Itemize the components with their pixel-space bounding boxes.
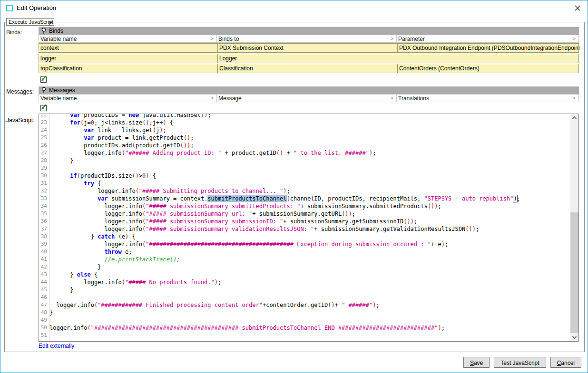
binds-cell-variable[interactable]: topClassification: [39, 64, 217, 73]
code-token: try: [84, 180, 94, 187]
edit-externally-link[interactable]: Edit externally: [39, 343, 74, 349]
cancel-button[interactable]: Cancel: [550, 357, 581, 368]
code-token: }: [49, 157, 74, 164]
binds-table-row[interactable]: contextPDX Submission ContextPDX Outboun…: [39, 43, 579, 53]
code-text: }: [49, 309, 53, 316]
line-number: 30: [39, 172, 49, 180]
dialog-footer: SaveTest JavaScriptCancel: [463, 357, 581, 368]
code-token: logger.info: [49, 241, 142, 248]
code-token: + submissionSummary.submittedProducts: [300, 203, 427, 210]
code-token: [49, 256, 105, 263]
line-number: 49: [39, 316, 49, 324]
code-line: 39 logger.info("########################…: [39, 240, 570, 248]
column-header-variable-name[interactable]: Variable name>: [39, 94, 217, 102]
column-header-binds-to[interactable]: Binds to>: [217, 35, 397, 43]
code-token: if: [70, 172, 77, 179]
code-text: var link = links.get(j);: [49, 126, 167, 134]
line-number: 28: [39, 157, 49, 164]
line-number: 44: [39, 278, 49, 286]
code-token: var: [98, 195, 108, 202]
binds-table-row[interactable]: loggerLogger: [39, 54, 579, 63]
code-token: }: [49, 271, 77, 278]
code-text: for(j=0; j<links.size();j++) {: [49, 119, 173, 126]
code-token: + e: [431, 241, 441, 248]
code-token: }: [49, 309, 53, 316]
window-title: Edit Operation: [17, 4, 56, 11]
binds-cell-variable[interactable]: context: [39, 44, 217, 52]
column-header-parameter[interactable]: Parameter>: [397, 35, 579, 43]
scroll-up-icon[interactable]: [570, 114, 578, 122]
code-line: 44 logger.info("##### No products found.…: [39, 278, 570, 286]
code-token: ;: [438, 203, 441, 210]
column-header-variable-name[interactable]: Variable name>: [39, 35, 217, 43]
code-token: }: [49, 233, 98, 240]
binds-cell-parameter[interactable]: [397, 54, 579, 63]
code-token: ;: [163, 127, 166, 134]
code-text: }: [49, 263, 101, 271]
code-line: 50logger.info("#########################…: [39, 324, 570, 332]
edit-binds-icon[interactable]: [39, 75, 48, 83]
titlebar: Edit Operation: [0, 0, 588, 15]
code-token: "##### submissionSummary submissionID: ": [146, 218, 283, 225]
code-token: [115, 233, 118, 240]
column-header-label: Translations: [398, 95, 429, 102]
code-text: logger.info("##### submissionSummary val…: [49, 225, 479, 233]
column-header-message[interactable]: Message>: [217, 94, 397, 102]
code-text: }: [49, 157, 74, 164]
binds-cell-binds-to[interactable]: Classification: [217, 64, 397, 73]
code-line: 22 var productIDs = new java.util.HashSe…: [39, 114, 570, 119]
save-button[interactable]: Save: [463, 357, 490, 368]
line-number: 50: [39, 324, 49, 332]
code-token: submissionSummary = context.: [108, 195, 208, 202]
code-token: +contentOrder.getID: [263, 302, 328, 308]
code-token: (): [180, 142, 187, 149]
code-token: "###### Adding product ID: ": [125, 150, 221, 156]
binds-cell-parameter[interactable]: PDX Outbound Integration Endpoint (PDSOu…: [397, 44, 579, 52]
operation-type-value: Execute JavaScript: [9, 19, 53, 25]
code-line: 23 for(j=0; j<links.size();j++) {: [39, 119, 570, 126]
test-javascript-button[interactable]: Test JavaScript: [494, 357, 546, 368]
messages-column-headers: Variable name>Message>Translations>: [39, 94, 579, 102]
binds-cell-binds-to[interactable]: Logger: [217, 54, 397, 63]
code-token: j=: [84, 119, 90, 126]
javascript-editor[interactable]: 22 var productIDs = new java.util.HashSe…: [39, 114, 579, 342]
operation-type-dropdown[interactable]: Execute JavaScript ▼: [6, 18, 54, 26]
code-token: (): [276, 150, 283, 156]
messages-label: Messages:: [6, 88, 34, 95]
edit-messages-icon[interactable]: [39, 104, 48, 112]
code-token: ): [441, 241, 445, 248]
code-line: 30 if(productIDs.size()>0) {: [39, 172, 570, 180]
sort-chevron-icon: >: [211, 95, 214, 101]
line-number: 40: [39, 248, 49, 256]
binds-cell-binds-to[interactable]: PDX Submission Context: [217, 44, 397, 52]
code-token: (): [132, 172, 138, 179]
code-line: 42 }: [39, 263, 570, 271]
code-token: (): [328, 302, 334, 308]
code-token: (: [122, 150, 125, 156]
editor-scrollbar[interactable]: [570, 114, 578, 341]
code-token: 0: [91, 119, 94, 126]
code-token: (): [184, 134, 190, 141]
line-number: 31: [39, 180, 49, 187]
code-text: if(productIDs.size()>0) {: [49, 172, 156, 180]
code-token: {: [91, 271, 98, 278]
code-text: var product = link.getProduct();: [49, 134, 194, 142]
binds-cell-variable[interactable]: logger: [39, 54, 217, 63]
scrollbar-thumb[interactable]: [570, 212, 578, 334]
scroll-down-icon[interactable]: [570, 333, 578, 341]
column-header-translations[interactable]: Translations>: [397, 94, 579, 102]
code-token: " ######": [342, 302, 372, 308]
code-text: throw e;: [49, 248, 132, 256]
code-token: ;: [476, 226, 479, 232]
column-header-label: Variable name: [40, 95, 77, 102]
code-token: (: [77, 172, 80, 179]
highlighted-token: submitProductsToChannel: [207, 195, 286, 202]
code-line: 34 logger.info("##### submissionSummary …: [39, 202, 570, 210]
code-token: logger.info: [49, 226, 142, 232]
code-line: 26 productIDs.add(product.getID());: [39, 142, 570, 149]
code-line: 40 throw e;: [39, 248, 570, 256]
close-icon[interactable]: [574, 5, 581, 11]
line-number: 33: [39, 195, 49, 202]
binds-table-row[interactable]: topClassificationClassificationContentOr…: [39, 64, 579, 73]
binds-cell-parameter[interactable]: ContentOrders (ContentOrders): [397, 64, 579, 73]
